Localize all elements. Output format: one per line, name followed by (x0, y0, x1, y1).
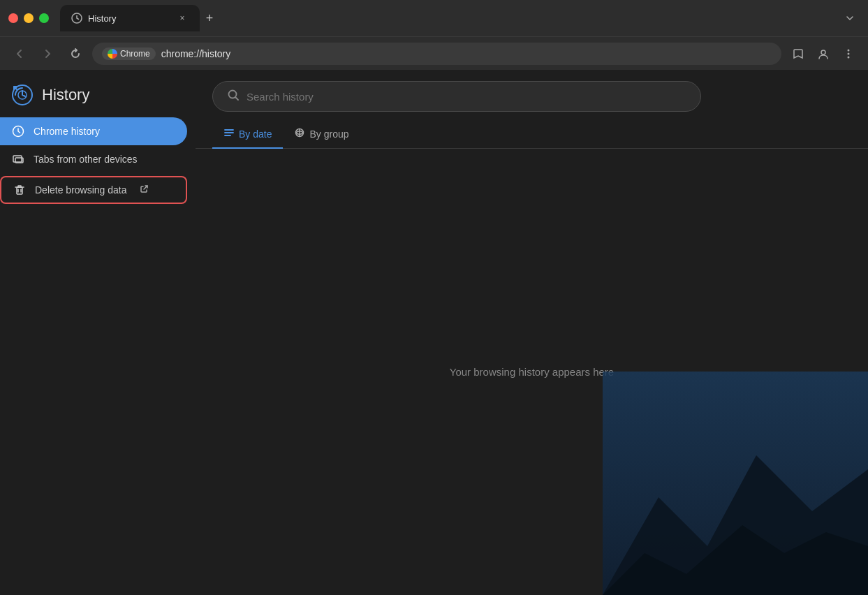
sidebar-header: History (0, 78, 196, 117)
delete-icon (13, 183, 27, 197)
svg-rect-8 (13, 156, 22, 162)
chrome-badge-label: Chrome (120, 49, 150, 59)
tabs-container: By date By group (196, 117, 868, 149)
active-tab[interactable]: History × (60, 5, 200, 31)
empty-state-message: Your browsing history appears here (450, 366, 614, 378)
title-bar: History × + (0, 0, 868, 36)
tab-favicon-icon (71, 13, 82, 24)
tab-close-button[interactable]: × (176, 12, 189, 24)
chrome-badge: Chrome (102, 47, 156, 60)
sidebar-item-chrome-history-label: Chrome history (34, 126, 100, 137)
address-input[interactable]: Chrome chrome://history (92, 43, 781, 65)
svg-point-11 (229, 91, 237, 98)
svg-point-4 (848, 56, 850, 58)
tab-by-date[interactable]: By date (212, 120, 283, 149)
menu-button[interactable] (837, 43, 860, 65)
tab-expand-button[interactable] (840, 8, 860, 28)
svg-point-1 (821, 50, 825, 54)
bookmark-button[interactable] (787, 43, 809, 65)
minimize-button[interactable] (24, 13, 34, 23)
chrome-logo-icon (108, 49, 117, 59)
search-icon (227, 89, 240, 104)
search-bar-container (196, 70, 868, 117)
tab-by-group-label: By group (309, 128, 348, 140)
tabs-other-devices-icon (11, 152, 25, 166)
sidebar-item-delete-browsing-data[interactable]: Delete browsing data (0, 176, 187, 204)
sidebar: History Chrome history Tabs from other d… (0, 70, 196, 595)
forward-button[interactable] (36, 43, 59, 65)
back-button[interactable] (8, 43, 31, 65)
profile-button[interactable] (812, 43, 834, 65)
svg-point-2 (848, 49, 850, 51)
by-date-icon (223, 127, 235, 140)
sidebar-item-tabs-other-devices[interactable]: Tabs from other devices (0, 145, 187, 173)
tab-title-label: History (88, 13, 170, 24)
svg-rect-10 (17, 187, 22, 194)
empty-state: Your browsing history appears here (196, 149, 868, 595)
external-link-icon (140, 184, 149, 196)
address-bar: Chrome chrome://history (0, 36, 868, 70)
reload-button[interactable] (64, 43, 87, 65)
close-button[interactable] (8, 13, 18, 23)
tab-by-group[interactable]: By group (283, 120, 360, 149)
maximize-button[interactable] (39, 13, 49, 23)
traffic-lights (8, 13, 49, 23)
tab-bar: History × + (60, 0, 834, 36)
content-area: By date By group Your browsing history a… (196, 70, 868, 595)
svg-point-3 (848, 52, 850, 54)
sidebar-item-chrome-history[interactable]: Chrome history (0, 117, 187, 145)
main-layout: History Chrome history Tabs from other d… (0, 70, 868, 595)
sidebar-item-tabs-label: Tabs from other devices (34, 154, 138, 165)
new-tab-button[interactable]: + (200, 8, 219, 28)
sidebar-item-delete-label: Delete browsing data (35, 184, 127, 196)
search-bar[interactable] (212, 81, 701, 112)
address-bar-icons (787, 43, 860, 65)
sidebar-title: History (42, 86, 89, 104)
url-text: chrome://history (161, 48, 772, 59)
tab-by-date-label: By date (239, 128, 272, 140)
chrome-history-icon (11, 124, 25, 138)
history-logo-icon (11, 84, 34, 106)
search-input[interactable] (247, 91, 686, 103)
by-group-icon (294, 127, 305, 140)
